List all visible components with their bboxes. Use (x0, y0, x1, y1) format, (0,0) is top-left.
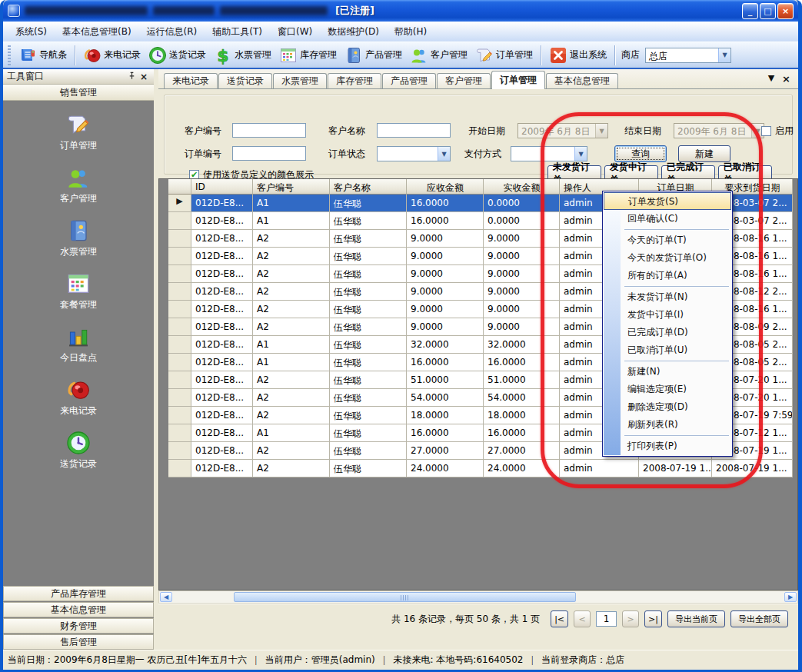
row-selector-cell[interactable] (168, 424, 191, 442)
menubar-item[interactable]: 系统(S) (8, 22, 55, 42)
page-number-input[interactable]: 1 (596, 611, 617, 627)
sidebar-item-people[interactable]: 客户管理 (60, 165, 97, 205)
prev-page-button[interactable]: < (574, 610, 591, 627)
row-selector-cell[interactable] (168, 336, 191, 354)
context-menu-item[interactable]: 今天的订单(T) (604, 231, 731, 249)
scrollbar-track[interactable] (172, 592, 784, 602)
sidebar-section-bar[interactable]: 售后管理 (3, 634, 154, 650)
chevron-down-icon[interactable]: ▼ (438, 147, 450, 161)
export-all-pages-button[interactable]: 导出全部页 (730, 610, 788, 627)
chevron-down-icon[interactable]: ▼ (574, 147, 587, 161)
maximize-button[interactable]: □ (760, 3, 776, 19)
row-selector-cell[interactable] (168, 460, 191, 477)
context-menu-item[interactable]: 新建(N) (604, 363, 731, 381)
toolbar-grip[interactable] (8, 45, 11, 65)
menubar-item[interactable]: 帮助(H) (387, 22, 434, 42)
toolbar-button-calendar[interactable]: 库存管理 (275, 44, 341, 67)
menubar-item[interactable]: 基本信息管理(B) (55, 22, 139, 42)
new-button[interactable]: 新建 (678, 145, 730, 162)
sidebar-section-bar[interactable]: 产品库存管理 (3, 586, 154, 601)
context-menu-item[interactable]: 已取消订单(U) (604, 341, 731, 359)
sidebar-section-bar[interactable]: 基本信息管理 (3, 602, 154, 617)
tab-close-icon[interactable]: × (782, 73, 790, 85)
pay-method-combo[interactable]: ▼ (511, 146, 587, 161)
chevron-down-icon[interactable]: ▼ (595, 124, 607, 138)
sidebar-item-product-book[interactable]: 水票管理 (60, 218, 97, 258)
row-selector-cell[interactable] (168, 371, 191, 389)
sidebar-close-icon[interactable]: × (138, 72, 150, 82)
scrollbar-thumb[interactable] (234, 592, 576, 602)
sidebar-item-order-pen[interactable]: 订单管理 (60, 112, 97, 152)
row-selector-cell[interactable] (168, 407, 191, 424)
scroll-left-icon[interactable]: ◀ (160, 592, 172, 602)
row-selector-cell[interactable]: ▶ (168, 195, 191, 212)
close-button[interactable]: × (777, 3, 794, 19)
row-selector-cell[interactable] (168, 318, 191, 336)
scroll-right-icon[interactable]: ▶ (784, 592, 797, 602)
context-menu-item[interactable]: 今天的发货订单(O) (604, 249, 731, 267)
row-selector-cell[interactable] (168, 230, 191, 248)
tab-item[interactable]: 客户管理 (437, 73, 491, 88)
customer-name-input[interactable] (377, 123, 451, 138)
table-row[interactable]: 012D-E8...A2伍华聪24.000024.0000admin2008-0… (168, 460, 793, 477)
context-menu-item[interactable]: 打印列表(P) (604, 437, 731, 455)
toolbar-button-order-pen[interactable]: 订单管理 (471, 44, 537, 67)
customer-no-input[interactable] (232, 123, 306, 138)
tab-item[interactable]: 基本信息管理 (546, 73, 618, 88)
end-date-picker[interactable]: 2009年 6月 8日 ▼ (674, 123, 764, 138)
row-selector-cell[interactable] (168, 283, 191, 301)
toolbar-button-clock[interactable]: 送货记录 (145, 44, 210, 67)
tab-item[interactable]: 来电记录 (164, 73, 218, 88)
order-status-combo[interactable]: ▼ (377, 146, 451, 161)
sidebar-item-bell[interactable]: 来电记录 (60, 378, 97, 418)
row-selector-cell[interactable] (168, 212, 191, 230)
toolbar-button-dollar[interactable]: $水票管理 (210, 44, 275, 67)
toolbar-button-product-book[interactable]: 产品管理 (341, 44, 406, 67)
context-menu-item[interactable]: 刷新列表(R) (604, 416, 731, 434)
tab-item[interactable]: 产品管理 (382, 73, 436, 88)
row-selector-cell[interactable] (168, 389, 191, 407)
context-menu-item[interactable]: 已完成订单(D) (604, 324, 731, 341)
row-selector-cell[interactable] (168, 354, 191, 371)
toolbar-button-navbar-book[interactable]: 导航条 (15, 44, 71, 67)
tab-item[interactable]: 送货记录 (218, 73, 272, 88)
sidebar-item-chart[interactable]: 今日盘点 (60, 324, 97, 364)
tab-item[interactable]: 库存管理 (328, 73, 381, 88)
menubar-item[interactable]: 辅助工具(T) (205, 22, 270, 42)
export-current-page-button[interactable]: 导出当前页 (667, 610, 725, 627)
context-menu-item[interactable]: 所有的订单(A) (604, 267, 731, 284)
context-menu-item[interactable]: 删除选定项(D) (604, 398, 731, 416)
row-selector-cell[interactable] (168, 248, 191, 265)
context-menu-item[interactable]: 编辑选定项(E) (604, 381, 731, 398)
start-date-picker[interactable]: 2009年 6月 8日 ▼ (517, 123, 608, 138)
minimize-button[interactable]: _ (742, 3, 758, 19)
row-selector-cell[interactable] (168, 301, 191, 318)
row-selector-cell[interactable] (168, 265, 191, 283)
menubar-item[interactable]: 运行信息(R) (139, 22, 205, 42)
tab-list-dropdown-icon[interactable]: ▼ (768, 73, 774, 85)
context-menu-item[interactable]: 发货中订单(I) (604, 306, 731, 324)
toolbar-button-people[interactable]: 客户管理 (406, 44, 471, 67)
menubar-item[interactable]: 窗口(W) (270, 22, 320, 42)
sidebar-section-bar[interactable]: 财务管理 (3, 618, 154, 634)
sidebar-item-clock[interactable]: 送货记录 (60, 431, 97, 471)
tab-item[interactable]: 订单管理 (491, 71, 545, 89)
chevron-down-icon[interactable]: ▼ (718, 48, 730, 62)
order-no-input[interactable] (232, 146, 306, 161)
tab-item[interactable]: 水票管理 (273, 73, 327, 88)
horizontal-scrollbar[interactable]: ◀ ▶ (158, 590, 798, 604)
sidebar-item-calendar[interactable]: 套餐管理 (60, 271, 97, 311)
menubar-item[interactable]: 数据维护(D) (320, 22, 387, 42)
sidebar-section-sales[interactable]: 销售管理 (3, 85, 154, 101)
context-menu-item[interactable]: 回单确认(C) (604, 210, 731, 228)
first-page-button[interactable]: |< (551, 610, 568, 627)
query-button[interactable]: 查询 (614, 145, 667, 162)
context-menu-item[interactable]: 未发货订单(N) (604, 288, 731, 306)
pin-icon[interactable] (125, 72, 138, 82)
toolbar-button-bell[interactable]: 来电记录 (79, 44, 145, 67)
shop-combo[interactable]: 总店 ▼ (645, 48, 731, 63)
enable-checkbox[interactable] (761, 126, 771, 136)
toolbar-button-exit[interactable]: 退出系统 (545, 44, 611, 67)
next-page-button[interactable]: > (622, 610, 639, 627)
context-menu-item[interactable]: 订单发货(S) (604, 192, 731, 210)
